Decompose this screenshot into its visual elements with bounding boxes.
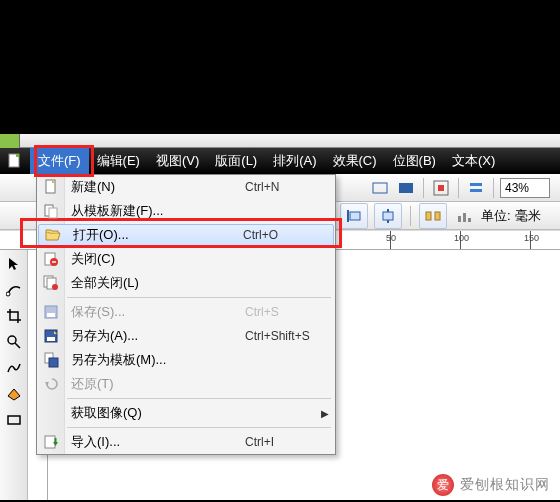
menu-new-label: 新建(N) (65, 178, 245, 196)
svg-rect-11 (383, 212, 393, 220)
svg-rect-7 (470, 189, 482, 192)
menu-close-label: 关闭(C) (65, 250, 245, 268)
menu-acquire-label: 获取图像(Q) (65, 404, 245, 422)
toolbox (0, 250, 28, 500)
save-as-template-icon (37, 348, 65, 372)
new-document-icon[interactable] (4, 152, 26, 170)
svg-rect-26 (49, 208, 57, 218)
menu-import-label: 导入(I)... (65, 433, 245, 451)
menu-view[interactable]: 视图(V) (148, 148, 207, 174)
svg-rect-36 (47, 337, 55, 341)
menu-text[interactable]: 文本(X) (444, 148, 503, 174)
save-icon (37, 300, 65, 324)
unit-prefix: 单位: (481, 207, 511, 225)
tb-options-icon[interactable] (465, 177, 487, 199)
menu-item-save-as[interactable]: 另存为(A)... Ctrl+Shift+S (37, 324, 335, 348)
menu-item-save: 保存(S)... Ctrl+S (37, 300, 335, 324)
svg-rect-16 (468, 218, 471, 222)
menu-item-new[interactable]: 新建(N) Ctrl+N (37, 175, 335, 199)
svg-point-19 (8, 336, 16, 344)
close-icon (37, 247, 65, 271)
menu-import-shortcut: Ctrl+I (245, 435, 335, 449)
zoom-value: 43% (505, 181, 529, 195)
svg-rect-13 (435, 212, 440, 220)
svg-rect-34 (47, 313, 55, 317)
distribute-icon[interactable] (419, 203, 447, 229)
svg-rect-9 (350, 212, 360, 220)
menu-close-all-label: 全部关闭(L) (65, 274, 245, 292)
menu-effects[interactable]: 效果(C) (325, 148, 385, 174)
menu-open-shortcut: Ctrl+O (243, 228, 333, 242)
svg-marker-21 (8, 389, 20, 400)
watermark-logo-icon: 爱 (432, 474, 454, 496)
save-as-icon (37, 324, 65, 348)
tb-full-icon[interactable] (395, 177, 417, 199)
menu-nft-label: 从模板新建(F)... (65, 202, 245, 220)
zoom-tool-icon[interactable] (4, 332, 24, 352)
menubar: 文件(F) 编辑(E) 视图(V) 版面(L) 排列(A) 效果(C) 位图(B… (0, 148, 560, 174)
svg-line-20 (15, 343, 20, 348)
svg-point-32 (52, 284, 58, 290)
menu-save-as-shortcut: Ctrl+Shift+S (245, 329, 335, 343)
align-center-icon[interactable] (374, 203, 402, 229)
svg-rect-5 (438, 185, 444, 191)
watermark: 爱 爱刨根知识网 (432, 474, 550, 496)
svg-rect-22 (8, 416, 20, 424)
menu-item-acquire-image[interactable]: 获取图像(Q) ▶ (37, 401, 335, 425)
menu-item-import[interactable]: 导入(I)... Ctrl+I (37, 430, 335, 454)
menu-item-close[interactable]: 关闭(C) (37, 247, 335, 271)
tab-active[interactable] (0, 134, 20, 148)
menu-save-as-label: 另存为(A)... (65, 327, 245, 345)
chevron-right-icon: ▶ (321, 408, 329, 419)
import-icon (37, 430, 65, 454)
align-left-icon[interactable] (340, 203, 368, 229)
menu-save-label: 保存(S)... (65, 303, 245, 321)
smart-fill-icon[interactable] (4, 384, 24, 404)
menu-item-open[interactable]: 打开(O)... Ctrl+O (38, 224, 334, 246)
new-icon (37, 175, 65, 199)
menu-bitmap[interactable]: 位图(B) (385, 148, 444, 174)
menu-sat-label: 另存为模板(M)... (65, 351, 245, 369)
svg-rect-2 (373, 183, 387, 193)
svg-rect-14 (458, 216, 461, 222)
menu-item-revert: 还原(T) (37, 372, 335, 396)
menu-item-close-all[interactable]: 全部关闭(L) (37, 271, 335, 295)
svg-rect-12 (426, 212, 431, 220)
menu-open-label: 打开(O)... (67, 226, 243, 244)
file-menu-panel: 新建(N) Ctrl+N 从模板新建(F)... 打开(O)... Ctrl+O… (36, 174, 336, 455)
svg-rect-39 (49, 358, 58, 367)
new-template-icon (37, 199, 65, 223)
menu-save-shortcut: Ctrl+S (245, 305, 335, 319)
close-all-icon (37, 271, 65, 295)
menu-item-save-as-template[interactable]: 另存为模板(M)... (37, 348, 335, 372)
menu-revert-label: 还原(T) (65, 375, 245, 393)
open-folder-icon (39, 223, 67, 247)
tb-outline-icon[interactable] (369, 177, 391, 199)
ruler-100: 100 (454, 233, 469, 243)
svg-rect-15 (463, 213, 466, 222)
menu-file[interactable]: 文件(F) (30, 148, 89, 174)
shape-tool-icon[interactable] (4, 280, 24, 300)
menu-edit[interactable]: 编辑(E) (89, 148, 148, 174)
ruler-150: 150 (524, 233, 539, 243)
ruler-50: 50 (386, 233, 396, 243)
menu-item-new-from-template[interactable]: 从模板新建(F)... (37, 199, 335, 223)
crop-tool-icon[interactable] (4, 306, 24, 326)
svg-marker-40 (45, 382, 49, 386)
svg-rect-6 (470, 183, 482, 186)
menu-arrange[interactable]: 排列(A) (265, 148, 324, 174)
svg-marker-17 (9, 258, 18, 270)
watermark-text: 爱刨根知识网 (460, 476, 550, 494)
pick-tool-icon[interactable] (4, 254, 24, 274)
revert-icon (37, 372, 65, 396)
rectangle-tool-icon[interactable] (4, 410, 24, 430)
menu-layout[interactable]: 版面(L) (207, 148, 265, 174)
chart-icon[interactable] (453, 205, 475, 227)
svg-point-18 (6, 292, 10, 296)
svg-rect-1 (16, 154, 19, 157)
unit-value: 毫米 (515, 207, 541, 225)
zoom-combo[interactable]: 43% (500, 178, 550, 198)
tb-snap-icon[interactable] (430, 177, 452, 199)
document-tabs (0, 134, 560, 148)
freehand-tool-icon[interactable] (4, 358, 24, 378)
